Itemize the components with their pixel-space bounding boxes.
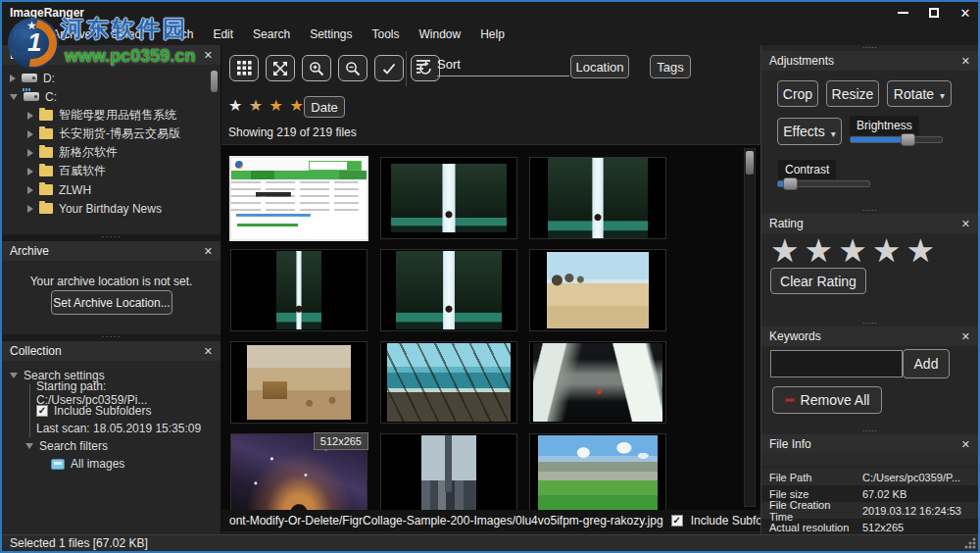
menu-settings[interactable]: Settings — [300, 24, 362, 45]
thumb-city-skyline[interactable] — [421, 435, 476, 510]
rating-star-icon[interactable]: ★ — [838, 232, 872, 269]
thumbnail-cell[interactable] — [230, 249, 368, 331]
thumb-hay-bales-fog[interactable] — [247, 345, 351, 420]
caret-down-icon[interactable] — [10, 373, 18, 378]
thumb-waterfall-wide[interactable] — [391, 164, 507, 232]
rating-star-icon[interactable]: ★ — [770, 232, 805, 269]
zoom-out-button[interactable] — [338, 55, 368, 81]
menu-search[interactable]: Search — [243, 24, 300, 45]
menu-edit[interactable]: Edit — [203, 24, 243, 45]
clear-rating-button[interactable]: Clear Rating — [770, 268, 866, 294]
thumb-waterfall-tall[interactable] — [548, 158, 648, 238]
effects-button[interactable]: Effects ▾ — [777, 118, 842, 145]
collection-all-images[interactable]: All images — [2, 455, 220, 473]
rating-star-icon[interactable]: ★ — [805, 232, 839, 269]
grid-scrollbar-thumb[interactable] — [746, 151, 754, 175]
minimize-button[interactable] — [896, 5, 909, 21]
grid-view-button[interactable] — [229, 55, 259, 81]
contrast-handle[interactable] — [783, 177, 798, 190]
tree-item-drive-d[interactable]: D: — [2, 69, 220, 87]
caret-right-icon[interactable] — [27, 112, 33, 120]
resize-grip[interactable] — [964, 537, 976, 549]
panel-splitter[interactable]: ····· — [2, 334, 220, 341]
thumb-website-screenshot[interactable] — [231, 158, 367, 239]
thumbnail-cell[interactable] — [529, 249, 666, 331]
archive-close-icon[interactable]: ✕ — [204, 245, 213, 258]
collection-last-scan[interactable]: Last scan: 18.05.2019 15:35:09 — [2, 420, 220, 437]
location-button[interactable]: Location — [570, 55, 629, 78]
menu-tools[interactable]: Tools — [362, 24, 409, 45]
thumbnail-cell[interactable] — [380, 341, 517, 424]
rating-close-icon[interactable]: ✕ — [961, 218, 970, 230]
fit-view-button[interactable] — [266, 55, 295, 81]
contrast-slider[interactable] — [777, 180, 870, 187]
thumbnail-cell[interactable] — [380, 249, 517, 331]
caret-down-icon[interactable] — [25, 443, 33, 449]
caret-down-icon[interactable] — [10, 94, 18, 100]
menu-window[interactable]: Window — [410, 24, 471, 45]
keywords-close-icon[interactable]: ✕ — [961, 330, 970, 343]
menu-batch[interactable]: Batch — [154, 24, 204, 45]
filter-star-icon[interactable]: ★ — [289, 97, 304, 114]
menu-select[interactable]: Select — [101, 24, 153, 45]
caret-right-icon[interactable] — [27, 186, 33, 194]
brightness-slider[interactable] — [850, 136, 943, 143]
caret-right-icon[interactable] — [27, 149, 33, 157]
thumbnail-cell[interactable] — [529, 433, 666, 510]
sort-field[interactable]: Sort — [437, 53, 569, 76]
collection-close-icon[interactable]: ✕ — [204, 345, 213, 358]
tree-item-folder[interactable]: 百威软件 — [2, 162, 220, 180]
thumbnail-cell[interactable] — [380, 157, 517, 239]
tree-item-folder[interactable]: 智能母婴用品销售系统 — [2, 106, 220, 125]
thumbnail-cell[interactable] — [380, 433, 517, 510]
thumb-tunnel[interactable] — [533, 343, 662, 422]
add-keyword-button[interactable]: Add — [903, 349, 950, 378]
thumb-stadium-field[interactable] — [538, 435, 658, 510]
thumb-beach-sand[interactable] — [547, 252, 649, 328]
thumb-milky-way[interactable]: 512x265 — [231, 434, 367, 511]
select-check-button[interactable] — [374, 55, 404, 81]
maximize-button[interactable] — [927, 5, 941, 21]
panel-splitter[interactable]: ····· — [2, 234, 220, 241]
crop-button[interactable]: Crop — [777, 80, 818, 107]
zoom-in-button[interactable] — [302, 55, 331, 81]
browse-close-icon[interactable]: ✕ — [204, 49, 213, 62]
resize-button[interactable]: Resize — [826, 80, 879, 107]
include-subfolder-checkbox[interactable]: ✓ — [671, 515, 683, 527]
thumb-ocean-shore[interactable] — [387, 343, 511, 422]
grid-scrollbar[interactable] — [744, 148, 756, 507]
collection-starting-path[interactable]: Starting path: C:/Users/pc0359/Pi... — [2, 384, 220, 402]
thumbnail-cell[interactable] — [529, 157, 666, 239]
rating-star-icon[interactable]: ★ — [906, 232, 940, 269]
include-subfolders-checkbox[interactable]: ✓ — [36, 405, 48, 417]
thumb-waterfall-narrow[interactable] — [276, 251, 321, 329]
tags-button[interactable]: Tags — [650, 55, 691, 78]
tree-item-folder[interactable]: Your Birthday News — [2, 199, 220, 218]
close-button[interactable]: ✕ — [958, 5, 972, 21]
caret-right-icon[interactable] — [10, 75, 16, 82]
tree-item-folder[interactable]: 长安期货-博易云交易版 — [2, 125, 220, 143]
thumb-waterfall-wide-2[interactable] — [396, 251, 502, 329]
brightness-handle[interactable] — [901, 133, 915, 146]
caret-right-icon[interactable] — [27, 168, 33, 176]
remove-all-button[interactable]: Remove All — [772, 386, 882, 414]
browse-scrollbar[interactable] — [211, 71, 218, 92]
menu-file[interactable]: File — [4, 24, 42, 45]
tree-item-drive-c[interactable]: C: — [2, 87, 220, 106]
filter-star-icon[interactable]: ★ — [228, 97, 243, 114]
filter-star-icon[interactable]: ★ — [249, 97, 264, 114]
tree-item-folder[interactable]: ZLWH — [2, 180, 220, 199]
collection-search-filters[interactable]: Search filters — [2, 437, 220, 455]
thumbnail-cell[interactable] — [230, 157, 368, 239]
filter-star-icon[interactable]: ★ — [270, 97, 284, 114]
menu-archive[interactable]: Archive — [42, 24, 101, 45]
caret-right-icon[interactable] — [27, 130, 33, 138]
rotate-button[interactable]: Rotate ▾ — [887, 80, 952, 107]
thumbnail-cell[interactable]: 512x265 — [230, 433, 368, 510]
keyword-input[interactable] — [770, 350, 903, 377]
thumbnail-cell[interactable] — [529, 341, 666, 424]
thumbnail-cell[interactable] — [230, 341, 368, 424]
rating-star-icon[interactable]: ★ — [872, 232, 906, 269]
adjustments-close-icon[interactable]: ✕ — [961, 55, 970, 68]
file-info-close-icon[interactable]: ✕ — [961, 438, 970, 451]
